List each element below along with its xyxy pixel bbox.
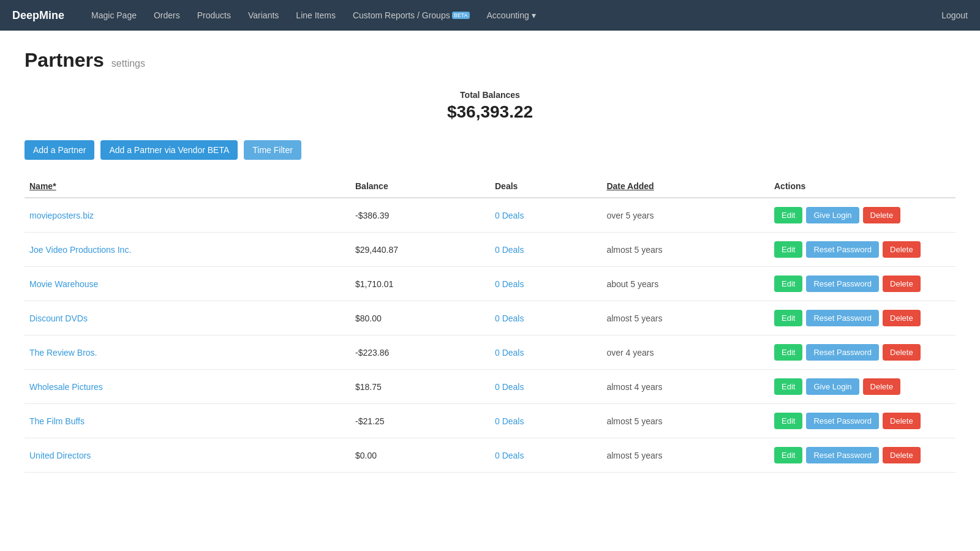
give-login-button[interactable]: Give Login [806, 378, 859, 395]
partner-deals-link[interactable]: 0 Deals [495, 451, 524, 460]
table-row: The Review Bros.-$223.860 Dealsover 4 ye… [24, 335, 956, 370]
edit-button[interactable]: Edit [774, 413, 802, 429]
table-row: Discount DVDs$80.000 Dealsalmost 5 years… [24, 301, 956, 335]
edit-button[interactable]: Edit [774, 207, 802, 223]
nav-orders[interactable]: Orders [145, 0, 189, 31]
table-row: Wholesale Pictures$18.750 Dealsalmost 4 … [24, 370, 956, 404]
delete-button[interactable]: Delete [883, 447, 921, 463]
partner-balance: -$386.39 [350, 198, 490, 233]
edit-button[interactable]: Edit [774, 447, 802, 463]
time-filter-button[interactable]: Time Filter [244, 140, 301, 160]
reset-password-button[interactable]: Reset Password [806, 310, 879, 326]
col-header-date-added[interactable]: Date Added [601, 175, 769, 198]
partner-name-link[interactable]: Movie Warehouse [29, 279, 98, 289]
nav-links: Magic Page Orders Products Variants Line… [83, 0, 941, 31]
partners-table: Name* Balance Deals Date Added Actions m… [24, 175, 956, 473]
delete-button[interactable]: Delete [863, 207, 901, 223]
partner-balance: $1,710.01 [350, 267, 490, 301]
delete-button[interactable]: Delete [883, 276, 921, 292]
nav-variants[interactable]: Variants [239, 0, 287, 31]
partner-name-link[interactable]: movieposters.biz [29, 211, 94, 220]
partner-deals-link[interactable]: 0 Deals [495, 245, 524, 255]
partner-date-added: over 5 years [601, 198, 769, 233]
partner-date-added: almost 5 years [601, 233, 769, 267]
actions-cell: EditReset PasswordDelete [774, 241, 951, 258]
nav-products[interactable]: Products [189, 0, 239, 31]
partner-deals-link[interactable]: 0 Deals [495, 279, 524, 289]
nav-line-items[interactable]: Line Items [287, 0, 344, 31]
edit-button[interactable]: Edit [774, 378, 802, 395]
partner-balance: $29,440.87 [350, 233, 490, 267]
partner-name-link[interactable]: United Directors [29, 451, 91, 460]
partner-deals-link[interactable]: 0 Deals [495, 416, 524, 426]
partner-date-added: almost 5 years [601, 404, 769, 438]
actions-cell: EditGive LoginDelete [774, 378, 951, 395]
partner-date-added: over 4 years [601, 335, 769, 370]
partner-date-added: almost 5 years [601, 438, 769, 473]
partner-name-link[interactable]: Wholesale Pictures [29, 382, 103, 392]
partner-balance: -$223.86 [350, 335, 490, 370]
actions-cell: EditReset PasswordDelete [774, 344, 951, 361]
give-login-button[interactable]: Give Login [806, 207, 859, 223]
partner-balance: $18.75 [350, 370, 490, 404]
add-partner-vendor-button[interactable]: Add a Partner via Vendor BETA [100, 140, 238, 160]
delete-button[interactable]: Delete [863, 378, 901, 395]
table-row: The Film Buffs-$21.250 Dealsalmost 5 yea… [24, 404, 956, 438]
edit-button[interactable]: Edit [774, 344, 802, 361]
partner-name-link[interactable]: The Film Buffs [29, 416, 85, 426]
table-header-row: Name* Balance Deals Date Added Actions [24, 175, 956, 198]
partner-date-added: almost 5 years [601, 301, 769, 335]
table-row: United Directors$0.000 Dealsalmost 5 yea… [24, 438, 956, 473]
reset-password-button[interactable]: Reset Password [806, 241, 879, 258]
partner-deals-link[interactable]: 0 Deals [495, 313, 524, 323]
reset-password-button[interactable]: Reset Password [806, 344, 879, 361]
total-balances-amount: $36,393.22 [24, 102, 956, 122]
main-content: Partners settings Total Balances $36,393… [0, 31, 980, 491]
col-header-actions: Actions [769, 175, 956, 198]
delete-button[interactable]: Delete [883, 241, 921, 258]
col-header-balance: Balance [350, 175, 490, 198]
total-balances-section: Total Balances $36,393.22 [24, 90, 956, 122]
partner-name-link[interactable]: The Review Bros. [29, 348, 97, 358]
edit-button[interactable]: Edit [774, 310, 802, 326]
page-title-area: Partners settings [24, 49, 956, 72]
edit-button[interactable]: Edit [774, 276, 802, 292]
col-header-name[interactable]: Name* [24, 175, 350, 198]
delete-button[interactable]: Delete [883, 413, 921, 429]
partner-date-added: about 5 years [601, 267, 769, 301]
actions-cell: EditReset PasswordDelete [774, 447, 951, 463]
table-row: Joe Video Productions Inc.$29,440.870 De… [24, 233, 956, 267]
action-buttons-area: Add a Partner Add a Partner via Vendor B… [24, 140, 956, 160]
table-header: Name* Balance Deals Date Added Actions [24, 175, 956, 198]
edit-button[interactable]: Edit [774, 241, 802, 258]
add-partner-button[interactable]: Add a Partner [24, 140, 94, 160]
partner-name-link[interactable]: Joe Video Productions Inc. [29, 245, 131, 255]
page-title: Partners [24, 49, 104, 72]
partner-balance: $0.00 [350, 438, 490, 473]
partner-deals-link[interactable]: 0 Deals [495, 348, 524, 358]
reset-password-button[interactable]: Reset Password [806, 276, 879, 292]
actions-cell: EditReset PasswordDelete [774, 310, 951, 326]
total-balances-label: Total Balances [24, 90, 956, 100]
partner-name-link[interactable]: Discount DVDs [29, 313, 88, 323]
delete-button[interactable]: Delete [883, 344, 921, 361]
actions-cell: EditReset PasswordDelete [774, 413, 951, 429]
partner-deals-link[interactable]: 0 Deals [495, 211, 524, 220]
logout-button[interactable]: Logout [941, 10, 968, 20]
nav-custom-reports[interactable]: Custom Reports / Groups BETA [344, 0, 478, 31]
main-nav: DeepMine Magic Page Orders Products Vari… [0, 0, 980, 31]
partner-balance: -$21.25 [350, 404, 490, 438]
nav-accounting[interactable]: Accounting ▾ [478, 0, 545, 31]
vendor-beta-badge: BETA [208, 145, 230, 155]
nav-magic-page[interactable]: Magic Page [83, 0, 145, 31]
partner-deals-link[interactable]: 0 Deals [495, 382, 524, 392]
delete-button[interactable]: Delete [883, 310, 921, 326]
settings-link[interactable]: settings [111, 58, 145, 69]
dropdown-arrow-icon: ▾ [532, 10, 536, 20]
app-logo: DeepMine [12, 9, 64, 22]
actions-cell: EditReset PasswordDelete [774, 276, 951, 292]
reset-password-button[interactable]: Reset Password [806, 413, 879, 429]
add-partner-vendor-label: Add a Partner via Vendor [109, 145, 205, 155]
reset-password-button[interactable]: Reset Password [806, 447, 879, 463]
partner-balance: $80.00 [350, 301, 490, 335]
